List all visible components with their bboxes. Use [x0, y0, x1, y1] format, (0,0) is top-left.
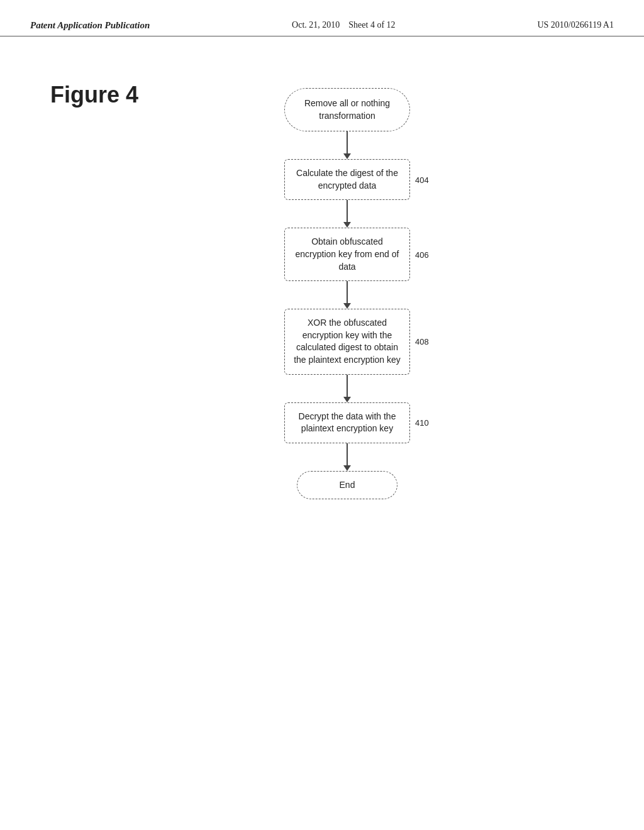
arrow-head-1: [343, 153, 351, 159]
arrow-3: [343, 281, 351, 309]
arrow-head-5: [343, 465, 351, 471]
header-sheet: Sheet 4 of 12: [348, 20, 395, 30]
header-center: Oct. 21, 2010 Sheet 4 of 12: [292, 20, 395, 30]
label-408: 408: [415, 337, 429, 346]
arrow-line-4: [347, 375, 348, 397]
box-406: Obtain obfuscated encryption key from en…: [284, 228, 410, 281]
node-end: End: [297, 471, 397, 500]
arrow-line-2: [347, 200, 348, 222]
label-404: 404: [415, 175, 429, 184]
arrow-line-5: [347, 443, 348, 465]
header-right: US 2010/0266119 A1: [537, 20, 614, 30]
node-404: Calculate the digest of the encrypted da…: [284, 159, 410, 200]
arrow-4: [343, 375, 351, 402]
label-410: 410: [415, 418, 429, 428]
arrow-1: [343, 131, 351, 159]
header-left: Patent Application Publication: [30, 20, 150, 31]
arrow-head-3: [343, 303, 351, 309]
arrow-line-3: [347, 281, 348, 303]
arrow-head-2: [343, 222, 351, 228]
flowchart: Remove all or nothing transformation Cal…: [0, 82, 644, 499]
arrow-5: [343, 443, 351, 471]
arrow-head-4: [343, 397, 351, 402]
arrow-line-1: [347, 131, 348, 153]
box-408: XOR the obfuscated encryption key with t…: [284, 309, 410, 374]
start-node: Remove all or nothing transformation: [284, 88, 410, 131]
box-410: Decrypt the data with the plaintext encr…: [284, 402, 410, 443]
arrow-2: [343, 200, 351, 228]
node-410: Decrypt the data with the plaintext encr…: [284, 402, 410, 443]
header-date: Oct. 21, 2010: [292, 20, 340, 30]
node-start: Remove all or nothing transformation: [284, 88, 410, 131]
label-406: 406: [415, 250, 429, 259]
end-node: End: [297, 471, 397, 500]
box-404: Calculate the digest of the encrypted da…: [284, 159, 410, 200]
page-header: Patent Application Publication Oct. 21, …: [0, 0, 644, 36]
node-406: Obtain obfuscated encryption key from en…: [284, 228, 410, 281]
node-408: XOR the obfuscated encryption key with t…: [284, 309, 410, 374]
